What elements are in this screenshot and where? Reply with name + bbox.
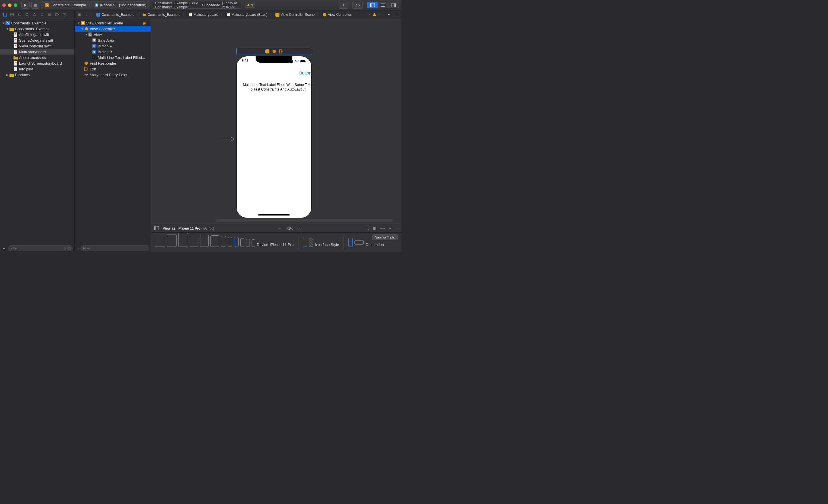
find-navigator-icon[interactable]: [25, 12, 29, 17]
pin-icon[interactable]: ⟺: [380, 226, 385, 230]
outline-first-responder[interactable]: First Responder: [75, 60, 151, 66]
zoom-window[interactable]: [14, 3, 17, 7]
project-filter-input[interactable]: [8, 245, 73, 251]
svg-rect-40: [14, 50, 17, 54]
close-window[interactable]: [2, 3, 6, 7]
next-issue[interactable]: 〉: [378, 12, 382, 17]
clock-icon[interactable]: ◷: [64, 246, 67, 250]
report-navigator-icon[interactable]: [62, 12, 67, 17]
simulator-icon: [94, 3, 98, 7]
scene-dock[interactable]: [236, 48, 312, 55]
outline-filter-input[interactable]: [81, 245, 149, 251]
code-review-button[interactable]: [353, 2, 363, 9]
device-preview[interactable]: 9:41 Button Multi-Line Text Label Filled…: [237, 56, 312, 218]
outline-entry-point[interactable]: Storyboard Entry Point: [75, 72, 151, 78]
tree-file[interactable]: SceneDelegate.swift: [0, 37, 75, 43]
titlebar: Constraints_Example 〉 iPhone SE (2nd gen…: [0, 0, 401, 10]
outline-tree[interactable]: ▼▦View Controller Scene◉ ▼View Controlle…: [75, 19, 151, 244]
svg-rect-0: [34, 4, 37, 7]
jump-bar[interactable]: ▦ 〈 〉 Constraints_Example〉 Constraints_E…: [75, 10, 365, 19]
outline-toggle-icon[interactable]: [154, 226, 159, 230]
debug-navigator-icon[interactable]: [47, 12, 52, 17]
view-as-device[interactable]: iPhone 11 Pro: [177, 226, 200, 230]
project-navigator: ▼Constraints_Example ▼Constraints_Exampl…: [0, 19, 75, 252]
project-navigator-icon[interactable]: [2, 12, 7, 17]
ib-canvas[interactable]: 9:41 Button Multi-Line Text Label Filled…: [151, 19, 401, 224]
outline-button-b[interactable]: BButton B: [75, 49, 151, 55]
warning-icon[interactable]: [373, 13, 376, 16]
scene-warning-icon[interactable]: ◉: [142, 21, 146, 25]
crumb-vc[interactable]: View Controller: [322, 13, 352, 17]
project-filter-bar: + ◷ ▢: [0, 244, 75, 252]
outline-view-controller[interactable]: ▼View Controller: [75, 26, 151, 32]
issues-indicator[interactable]: 3: [245, 3, 255, 8]
outline-view[interactable]: ▼▢View: [75, 32, 151, 37]
crumb-group[interactable]: Constraints_Example: [141, 13, 181, 17]
warning-count: 3: [251, 3, 253, 7]
forward-button[interactable]: 〉: [89, 12, 94, 17]
project-tree[interactable]: ▼Constraints_Example ▼Constraints_Exampl…: [0, 19, 75, 244]
tree-file[interactable]: AppDelegate.swift: [0, 32, 75, 37]
canvas-h-scrollbar[interactable]: [216, 219, 393, 222]
activity-time: | Today at 2:34 AM: [222, 1, 239, 9]
toggle-debug-area[interactable]: [378, 2, 388, 8]
tree-group[interactable]: ▼Constraints_Example: [0, 26, 75, 32]
stop-button[interactable]: [31, 2, 39, 9]
battery-icon: [300, 60, 306, 63]
tree-project-root[interactable]: ▼Constraints_Example: [0, 20, 75, 26]
embed-in-icon[interactable]: ⛶: [365, 226, 369, 230]
toggle-navigator[interactable]: [367, 2, 378, 8]
first-responder-icon: [272, 49, 276, 53]
tree-file[interactable]: Assets.xcassets: [0, 55, 75, 60]
svg-point-14: [18, 13, 19, 14]
add-editor-icon[interactable]: [395, 13, 399, 16]
crumb-project[interactable]: Constraints_Example: [95, 13, 135, 17]
crumb-storyboard-base[interactable]: Main.storyboard (Base): [225, 13, 268, 17]
ib-editor: 9:41 Button Multi-Line Text Label Filled…: [151, 19, 401, 252]
interface-style-picker[interactable]: Interface Style: [303, 238, 339, 251]
symbol-navigator-icon[interactable]: [17, 12, 22, 17]
outline-safe-area[interactable]: ▣Safe Area: [75, 37, 151, 43]
breakpoint-navigator-icon[interactable]: [55, 12, 59, 17]
crumb-scene[interactable]: View Controller Scene: [274, 13, 316, 17]
minimize-window[interactable]: [8, 3, 11, 7]
crumb-storyboard[interactable]: Main.storyboard: [187, 13, 219, 17]
scheme-selector[interactable]: Constraints_Example 〉 iPhone SE (2nd gen…: [41, 1, 150, 9]
canvas-button-b[interactable]: Button: [299, 71, 312, 75]
prev-issue[interactable]: 〈: [367, 12, 371, 17]
activity-viewer[interactable]: Constraints_Example | Build Constraints_…: [152, 2, 242, 9]
issue-navigator-icon[interactable]: [32, 12, 37, 17]
zoom-out[interactable]: −: [278, 225, 281, 231]
selected-device-label: iPhone 11 Pro: [270, 242, 294, 247]
library-button[interactable]: ＋: [339, 2, 348, 9]
outline-button-a[interactable]: BButton A: [75, 43, 151, 49]
toggle-inspectors[interactable]: [388, 2, 399, 8]
adjust-editor-icon[interactable]: ≡: [387, 12, 390, 17]
tree-file[interactable]: Info.plist: [0, 66, 75, 72]
add-button[interactable]: +: [2, 246, 6, 250]
zoom-in[interactable]: +: [298, 225, 301, 231]
nav-strip: ▦ 〈 〉 Constraints_Example〉 Constraints_E…: [0, 10, 401, 19]
device-picker[interactable]: Device iPhone 11 Pro: [155, 233, 294, 251]
back-button[interactable]: 〈: [83, 12, 88, 17]
tree-products[interactable]: ▶Products: [0, 72, 75, 78]
zoom-value[interactable]: 71%: [286, 226, 293, 230]
embed-stack-icon[interactable]: ▭: [395, 226, 399, 230]
related-items-icon[interactable]: ▦: [77, 13, 82, 17]
tree-file-selected[interactable]: Main.storyboard: [0, 49, 75, 55]
outline-scene[interactable]: ▼▦View Controller Scene◉: [75, 20, 151, 26]
window-controls: [2, 3, 17, 7]
outline-multiline-label[interactable]: LMulti-Line Text Label Filled...: [75, 55, 151, 60]
source-control-navigator-icon[interactable]: [10, 12, 14, 17]
run-button[interactable]: [21, 2, 30, 9]
outline-exit[interactable]: Exit: [75, 66, 151, 72]
scm-filter-icon[interactable]: ▢: [68, 246, 71, 250]
resolve-issues-icon[interactable]: △: [389, 226, 391, 230]
warning-icon: [247, 3, 250, 7]
tree-file[interactable]: LaunchScreen.storyboard: [0, 60, 75, 66]
tree-file[interactable]: ViewController.swift: [0, 43, 75, 49]
vary-for-traits-button[interactable]: Vary for Traits: [372, 234, 398, 240]
align-icon[interactable]: ⊟: [373, 226, 376, 230]
test-navigator-icon[interactable]: [40, 12, 44, 17]
canvas-multiline-label[interactable]: Multi-Line Text Label Filled With Some T…: [241, 83, 313, 92]
